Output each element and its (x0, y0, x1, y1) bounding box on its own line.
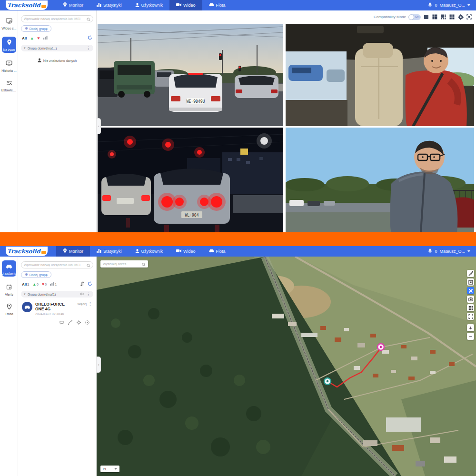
filter-favorite[interactable]: ♥0 (42, 282, 47, 287)
zoom-in-button[interactable]: + (467, 324, 474, 331)
person-icon (135, 249, 139, 254)
group-row[interactable]: ▾ Grupa domyślna(...) ⋮ (21, 45, 93, 51)
nav-monitor[interactable]: Monitor (56, 246, 90, 257)
no-data-person-icon (38, 58, 41, 63)
map-fullscreen-icon[interactable] (467, 313, 474, 320)
message-icon[interactable] (60, 318, 64, 327)
layout-3x3-icon[interactable] (449, 14, 455, 20)
filter-parked[interactable]: 1 (50, 282, 57, 287)
video-feed-outdoor[interactable] (286, 128, 474, 233)
zoom-in-icon: + (469, 325, 472, 331)
pin-icon (63, 248, 67, 254)
satellite-layer-icon[interactable] (467, 287, 474, 294)
layout-2x2-icon[interactable] (432, 14, 438, 20)
add-group-label: Dodaj grupę (30, 27, 48, 30)
add-group-button[interactable]: ⊕ Dodaj grupę (21, 271, 51, 278)
start-marker (324, 378, 331, 385)
sidebar-item-trasa[interactable]: Trasa (0, 303, 18, 316)
nav-statystyki[interactable]: Statystyki (90, 246, 129, 257)
sidebar-item-alerty[interactable]: Alerty (0, 283, 18, 296)
video-feed-driver[interactable] (286, 24, 474, 126)
panel-collapse-handle[interactable]: ‹ (97, 357, 101, 373)
device-search-input[interactable] (24, 263, 85, 267)
filter-all[interactable]: All (22, 36, 27, 40)
device-search-input[interactable] (24, 17, 85, 20)
video-feed-front-night[interactable]: WL·904 (98, 128, 283, 233)
track-icon[interactable] (68, 318, 72, 327)
grid-layer-icon[interactable] (467, 304, 474, 311)
filter-favorite-icon[interactable]: ♥ (37, 36, 40, 40)
sidebar-item-ustawienia[interactable]: Ustawienia (0, 79, 18, 92)
search-icon[interactable] (87, 15, 90, 23)
sidebar-item-na-zywo[interactable]: Na żywo (0, 37, 18, 53)
sidebar-item-urzadzenia[interactable]: Urządzenia (0, 260, 18, 277)
video-camera-icon (176, 3, 181, 8)
search-icon[interactable] (142, 260, 146, 268)
panel-collapse-handle[interactable]: ‹ (97, 118, 101, 134)
device-search (21, 261, 93, 268)
kebab-menu-icon[interactable]: ⋮ (86, 292, 90, 297)
sidebar-item-wideo-s[interactable]: Wideo s... (0, 17, 18, 30)
sidebar-item-historia[interactable]: Historia ... (0, 60, 18, 72)
person-icon (135, 3, 139, 8)
nav-wideo[interactable]: Wideo (169, 246, 202, 257)
filter-parked-icon[interactable] (43, 36, 48, 40)
map-type-icon[interactable] (467, 278, 474, 286)
layout-1plus5-icon[interactable] (440, 14, 446, 20)
visibility-icon[interactable] (79, 292, 84, 296)
username[interactable]: Mateusz_O... (439, 249, 465, 254)
nav-uzytkownik[interactable]: Użytkownik (129, 0, 170, 10)
search-icon[interactable] (87, 261, 90, 269)
zoom-controls: + − (467, 324, 474, 340)
device-more-button[interactable]: Więcej ⋮ (77, 302, 92, 306)
sidebar-label: Alerty (5, 293, 13, 296)
gear-icon[interactable] (457, 14, 464, 20)
filter-all[interactable]: All1 (22, 282, 29, 287)
map-search-input[interactable] (103, 262, 140, 266)
sort-icon[interactable] (80, 281, 84, 287)
device-card-orllo[interactable]: ORLLO FORCE ONE 4G 2024-03-07 07:38:46 W… (20, 300, 94, 327)
add-group-button[interactable]: ⊕ Dodaj grupę (21, 25, 51, 32)
nav-uzytkownik-label: Użytkownik (141, 249, 163, 254)
map-language-selector[interactable]: PL (100, 466, 119, 472)
nav-flota[interactable]: Flota (202, 246, 232, 257)
nav-uzytkownik[interactable]: Użytkownik (129, 246, 170, 257)
playback-icon[interactable] (85, 318, 89, 327)
username[interactable]: Mateusz_O... (439, 3, 465, 8)
history-icon (6, 60, 12, 68)
zoom-out-button[interactable]: − (467, 333, 474, 340)
kebab-menu-icon[interactable]: ⋮ (86, 46, 90, 50)
video-camera-icon (176, 249, 181, 254)
filter-moving[interactable]: ▲0 (32, 282, 39, 287)
car-icon (209, 249, 214, 254)
filter-moving-icon[interactable]: ▲ (30, 36, 34, 40)
tracksolid-logo[interactable]: Tracksolid (6, 0, 48, 10)
map-canvas[interactable]: + − PL ‹ (97, 257, 476, 476)
refresh-icon[interactable] (88, 35, 92, 41)
group-caret-icon: ▾ (24, 46, 26, 50)
street-camera-icon[interactable] (467, 296, 474, 303)
layout-single-icon[interactable] (423, 14, 429, 20)
refresh-icon[interactable] (88, 281, 92, 287)
nav-monitor[interactable]: Monitor (56, 0, 90, 10)
group-name: Grupa domyślna(...) (28, 47, 84, 50)
nav-flota[interactable]: Flota (202, 0, 232, 10)
measure-icon[interactable] (467, 270, 474, 277)
video-sidebar: Wideo s... Na żywo Historia ... Ustawien… (0, 10, 18, 232)
nav-wideo[interactable]: Wideo (169, 0, 202, 10)
empty-state: Nie znaleziono danych (18, 58, 96, 63)
tracksolid-logo[interactable]: Tracksolid (6, 247, 48, 256)
group-row[interactable]: ▾ Grupa domyślna(1) ⋮ (21, 291, 93, 298)
compat-mode-toggle[interactable]: ON (408, 14, 421, 20)
map-controls: + − (467, 270, 474, 340)
locate-icon[interactable] (77, 318, 81, 327)
bell-icon[interactable] (428, 248, 432, 254)
video-feed-front-day[interactable]: WE·9049U (98, 24, 283, 126)
empty-text: Nie znaleziono danych (43, 59, 77, 62)
bell-icon[interactable] (428, 2, 432, 8)
video-toolbar: Compatibility Mode ON (374, 14, 472, 20)
fullscreen-icon[interactable] (466, 14, 472, 20)
toggle-state: ON (415, 15, 419, 18)
nav-flota-label: Flota (216, 3, 226, 8)
nav-statystyki[interactable]: Statystyki (90, 0, 129, 10)
